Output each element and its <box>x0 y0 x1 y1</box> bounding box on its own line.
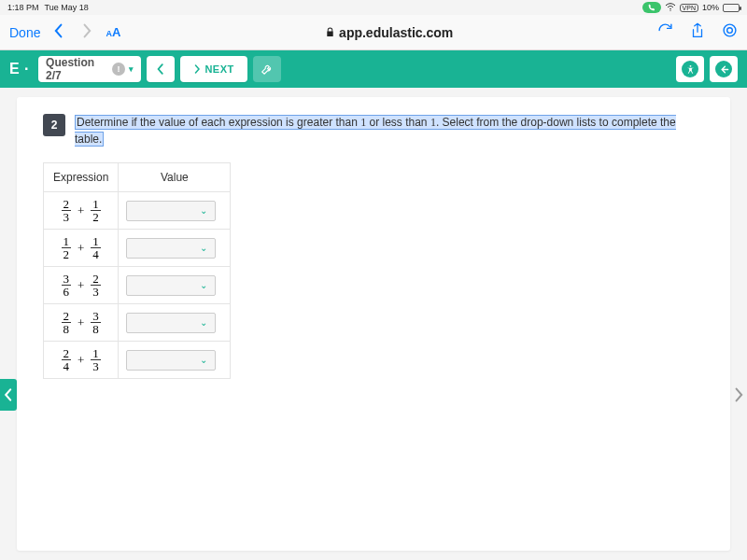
frac-numerator: 3 <box>62 273 72 286</box>
value-cell: ⌄ <box>119 342 231 379</box>
plus-icon: + <box>77 278 85 293</box>
plus-icon: + <box>77 315 85 330</box>
table-row: 28+38⌄ <box>44 304 231 342</box>
expression-cell: 24+13 <box>44 342 119 379</box>
chevron-down-icon: ⌄ <box>200 243 207 253</box>
status-time: 1:18 PM <box>7 3 39 12</box>
frac-denominator: 3 <box>91 360 101 372</box>
frac-denominator: 2 <box>91 211 101 223</box>
svg-point-0 <box>669 10 670 11</box>
frac-numerator: 2 <box>91 273 101 286</box>
chevron-down-icon: ⌄ <box>200 205 207 216</box>
chevron-down-icon: ⌄ <box>200 317 207 328</box>
expression-cell: 23+12 <box>44 192 119 230</box>
frac-numerator: 1 <box>91 347 101 360</box>
question-text-highlight: Determine if the value of each expressio… <box>75 115 676 147</box>
exit-button[interactable] <box>710 56 738 82</box>
accessibility-icon <box>682 61 698 77</box>
vpn-badge: VPN <box>680 4 698 12</box>
next-label: NEXT <box>204 63 233 75</box>
info-icon: ! <box>112 63 125 76</box>
table-row: 23+12⌄ <box>44 192 231 230</box>
browser-toolbar: Done AA app.edulastic.com <box>0 15 747 50</box>
svg-point-1 <box>724 24 736 36</box>
ipad-status-bar: 1:18 PM Tue May 18 VPN 10% <box>0 0 747 15</box>
table-row: 24+13⌄ <box>44 342 231 379</box>
value-dropdown[interactable]: ⌄ <box>126 238 216 259</box>
value-cell: ⌄ <box>119 230 231 267</box>
question-label: Question 2/7 <box>46 56 112 82</box>
next-question-button[interactable]: NEXT <box>180 56 247 82</box>
expression-cell: 12+14 <box>44 230 119 267</box>
back-button[interactable] <box>49 23 68 42</box>
chevron-down-icon: ⌄ <box>200 355 207 365</box>
reload-button[interactable] <box>657 22 673 42</box>
page-next-button[interactable] <box>730 379 747 411</box>
frac-numerator: 2 <box>62 198 72 211</box>
battery-percent: 10% <box>702 3 719 12</box>
address-bar[interactable]: app.edulastic.com <box>130 25 648 40</box>
question-selector[interactable]: Question 2/7 ! ▾ <box>38 56 141 82</box>
tools-button[interactable] <box>253 56 281 82</box>
frac-denominator: 6 <box>62 286 72 298</box>
frac-numerator: 1 <box>91 198 101 211</box>
frac-denominator: 3 <box>91 286 101 298</box>
accessibility-button[interactable] <box>676 56 704 82</box>
expression-cell: 28+38 <box>44 304 119 342</box>
question-text: Determine if the value of each expressio… <box>75 114 704 147</box>
status-date: Tue May 18 <box>45 3 89 12</box>
frac-numerator: 1 <box>91 235 101 248</box>
plus-icon: + <box>77 241 85 256</box>
table-row: 36+23⌄ <box>44 267 231 304</box>
svg-point-3 <box>689 64 691 66</box>
app-toolbar: E · Question 2/7 ! ▾ NEXT <box>0 50 747 88</box>
plus-icon: + <box>77 353 85 368</box>
wifi-icon <box>665 3 676 13</box>
frac-numerator: 2 <box>62 310 72 323</box>
url-text: app.edulastic.com <box>339 25 453 40</box>
question-card: 2 Determine if the value of each express… <box>17 97 730 551</box>
chevron-down-icon: ⌄ <box>200 280 207 290</box>
call-indicator-icon[interactable] <box>642 2 661 13</box>
plus-icon: + <box>77 203 85 218</box>
value-dropdown[interactable]: ⌄ <box>126 313 216 333</box>
frac-denominator: 4 <box>91 248 101 260</box>
tabs-button[interactable] <box>722 22 738 42</box>
expression-table: Expression Value 23+12⌄12+14⌄36+23⌄28+38… <box>43 162 231 379</box>
frac-denominator: 3 <box>62 211 72 223</box>
prev-question-button[interactable] <box>147 56 175 82</box>
frac-denominator: 4 <box>62 360 72 372</box>
expression-cell: 36+23 <box>44 267 119 304</box>
chevron-down-icon: ▾ <box>129 64 134 74</box>
frac-denominator: 8 <box>62 323 72 335</box>
table-row: 12+14⌄ <box>44 230 231 267</box>
frac-numerator: 1 <box>62 235 72 248</box>
value-dropdown[interactable]: ⌄ <box>126 201 216 221</box>
text-size-button[interactable]: AA <box>106 25 120 39</box>
value-cell: ⌄ <box>119 267 231 304</box>
battery-icon <box>723 4 740 12</box>
forward-button[interactable] <box>78 23 96 42</box>
app-logo: E · <box>9 61 29 77</box>
col-expression: Expression <box>44 163 119 192</box>
svg-point-2 <box>727 28 733 34</box>
value-dropdown[interactable]: ⌄ <box>126 275 216 296</box>
done-button[interactable]: Done <box>9 25 40 40</box>
exit-icon <box>715 61 732 77</box>
frac-denominator: 2 <box>62 248 72 260</box>
page-prev-button[interactable] <box>0 379 17 411</box>
share-button[interactable] <box>690 22 705 43</box>
frac-denominator: 8 <box>91 323 101 335</box>
value-cell: ⌄ <box>119 304 231 342</box>
question-number-badge: 2 <box>43 114 65 136</box>
col-value: Value <box>119 163 231 192</box>
lock-icon <box>325 25 335 40</box>
value-dropdown[interactable]: ⌄ <box>126 350 216 371</box>
frac-numerator: 2 <box>62 347 72 360</box>
value-cell: ⌄ <box>119 192 231 230</box>
frac-numerator: 3 <box>91 310 101 323</box>
